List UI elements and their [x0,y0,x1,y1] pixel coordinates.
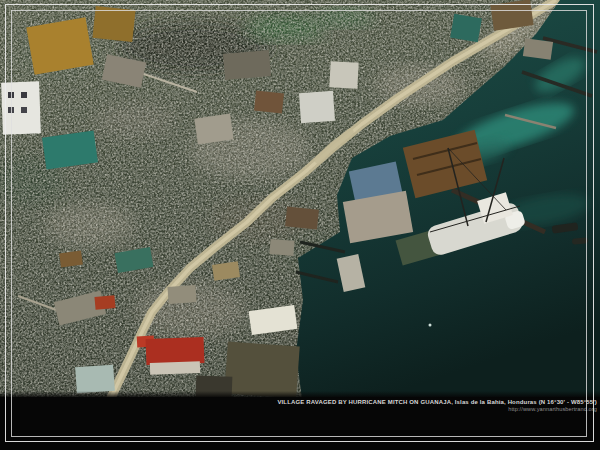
caption-title: VILLAGE RAVAGED BY HURRICANE MITCH ON GU… [277,399,597,405]
photo-caption: VILLAGE RAVAGED BY HURRICANE MITCH ON GU… [277,399,597,412]
caption-band-fade [0,391,600,398]
photo-svg [0,0,600,450]
wallpaper-photo: VILLAGE RAVAGED BY HURRICANE MITCH ON GU… [0,0,600,450]
credit-url: http://www.yannarthusbertrand.org [277,406,597,413]
